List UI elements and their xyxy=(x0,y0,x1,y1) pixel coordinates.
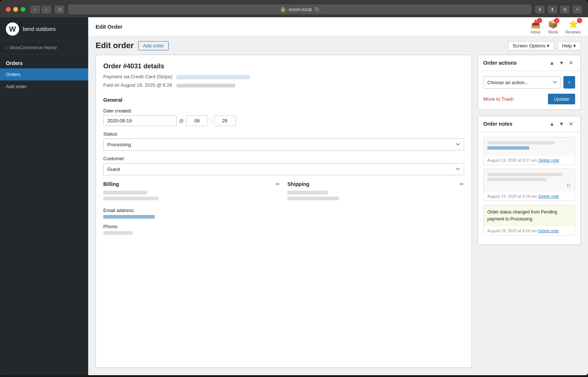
order-notes-controls: ▲ ▼ ✕ xyxy=(548,120,575,128)
reviews-badge: 1 xyxy=(577,18,582,23)
tab-view-button[interactable]: ⊡ xyxy=(55,6,64,14)
go-button[interactable]: › xyxy=(563,76,575,89)
back-icon: ‹ xyxy=(6,45,7,50)
right-panel: Order actions ▲ ▼ ✕ Choose an action... xyxy=(478,55,581,368)
order-notes-header: Order notes ▲ ▼ ✕ xyxy=(478,116,580,132)
customer-select[interactable]: Guest xyxy=(103,163,464,175)
date-input[interactable] xyxy=(103,115,177,126)
minute-input[interactable] xyxy=(214,115,236,126)
new-tab-button[interactable]: ⧉ xyxy=(560,6,570,14)
note-timestamp-2: August 19, 2020 at 6:26 am xyxy=(487,194,537,198)
note-item-1: August 19, 2020 at 6:27 am Delete note xyxy=(483,137,575,165)
billing-line-2 xyxy=(103,197,158,200)
colon-separator: : xyxy=(210,118,212,123)
customer-row: Customer: Guest xyxy=(103,156,464,175)
order-action-select[interactable]: Choose an action... xyxy=(483,76,560,89)
order-actions-controls: ▲ ▼ ✕ xyxy=(548,59,575,67)
note-timestamp-3: August 19, 2020 at 6:26 am xyxy=(487,229,537,233)
billing-edit-button[interactable]: ✏ xyxy=(276,181,280,187)
email-label: Email address: xyxy=(103,208,464,213)
reviews-button[interactable]: ⭐ 1 Reviews xyxy=(565,19,581,34)
shipping-title: Shipping xyxy=(287,181,309,187)
sidebar-item-add-order[interactable]: Add order xyxy=(0,80,88,93)
email-blurred xyxy=(103,215,155,219)
sidebar-item-orders[interactable]: Orders xyxy=(0,68,88,80)
stock-label: Stock xyxy=(548,30,558,34)
note-item-2: D: August 19, 2020 at 6:26 am Delete not… xyxy=(483,169,575,201)
shipping-line-2 xyxy=(287,197,339,200)
reload-button[interactable]: ↻ xyxy=(315,6,319,13)
actions-footer: Move to Trash Update xyxy=(483,94,575,104)
note-blue-blurred-1 xyxy=(487,146,529,150)
panel-collapse-up-button[interactable]: ▲ xyxy=(548,59,556,67)
note-timestamp-1: August 19, 2020 at 6:27 am xyxy=(487,158,537,162)
inbox-button[interactable]: 📥 1 Inbox xyxy=(531,19,541,34)
note-blurred-1a xyxy=(487,141,554,144)
panel-collapse-down-button[interactable]: ▼ xyxy=(557,59,566,67)
status-label: Status: xyxy=(103,131,464,137)
screen-options-chevron-icon: ▾ xyxy=(547,43,549,49)
shipping-col: Shipping ✏ xyxy=(287,181,464,202)
close-button[interactable] xyxy=(6,7,11,12)
update-button[interactable]: Update xyxy=(548,94,575,104)
at-symbol: @ xyxy=(179,118,184,123)
shipping-edit-button[interactable]: ✏ xyxy=(460,181,464,187)
fullscreen-button[interactable] xyxy=(21,7,25,12)
sub-bar: Edit order Add order Screen Options ▾ He… xyxy=(88,36,588,55)
hour-input[interactable] xyxy=(186,115,208,126)
stock-button[interactable]: 📦 2 Stock xyxy=(548,19,558,34)
order-form: Order #4031 details Payment via Credit C… xyxy=(96,55,472,368)
minimize-button[interactable] xyxy=(13,7,18,12)
sidebar: W bend outdoors ‹ WooCommerce Home Order… xyxy=(0,17,88,375)
top-bar: Edit Order 📥 1 Inbox 📦 2 Stock ⭐ 1 Revie… xyxy=(88,17,588,36)
address-bar[interactable]: 🔒 ecom.local ↻ xyxy=(68,4,531,14)
download-button[interactable]: ⬇ xyxy=(535,6,545,14)
action-row: Choose an action... › xyxy=(483,76,575,89)
delete-note-3-link[interactable]: Delete note xyxy=(538,229,559,233)
email-row: Email address: xyxy=(103,208,464,219)
customer-label: Customer: xyxy=(103,156,464,161)
page-title: Edit order xyxy=(96,41,134,50)
inbox-label: Inbox xyxy=(531,30,541,34)
move-to-trash-link[interactable]: Move to Trash xyxy=(483,96,513,102)
order-actions-body: Choose an action... › Move to Trash Upda… xyxy=(478,71,580,109)
add-tab-button[interactable]: + xyxy=(573,6,582,14)
status-select[interactable]: Processing xyxy=(103,139,464,151)
screen-options-button[interactable]: Screen Options ▾ xyxy=(508,41,555,50)
forward-button[interactable]: › xyxy=(42,6,51,14)
notes-close-button[interactable]: ✕ xyxy=(567,120,575,128)
share-button[interactable]: ⬆ xyxy=(548,6,557,14)
sidebar-logo: W bend outdoors xyxy=(0,17,88,41)
shipping-line-1 xyxy=(287,191,328,194)
reviews-icon: ⭐ xyxy=(568,19,578,29)
panel-close-button[interactable]: ✕ xyxy=(567,59,575,67)
woocommerce-home-label: WooCommerce Home xyxy=(10,45,57,50)
delete-note-2-link[interactable]: Delete note xyxy=(538,194,559,198)
back-button[interactable]: ‹ xyxy=(31,6,40,14)
note-blurred-2b xyxy=(487,178,546,181)
billing-title-row: Billing ✏ xyxy=(103,181,280,187)
content-area: Order #4031 details Payment via Credit C… xyxy=(88,55,588,375)
paid-on: Paid on August 19, 2020 @ 6:26 xyxy=(103,82,172,88)
status-row: Status: Processing xyxy=(103,131,464,151)
order-actions-title: Order actions xyxy=(483,60,517,66)
notes-collapse-down-button[interactable]: ▼ xyxy=(557,120,566,128)
delete-note-1-link[interactable]: Delete note xyxy=(538,158,559,162)
blurred-date-info xyxy=(176,84,235,87)
add-order-button[interactable]: Add order xyxy=(138,41,169,50)
note-text-3: Order status changed from Pending paymen… xyxy=(484,205,575,226)
note-content-1 xyxy=(484,137,575,156)
site-name: bend outdoors xyxy=(23,26,56,32)
note-footer-1: August 19, 2020 at 6:27 am Delete note xyxy=(484,156,575,165)
general-section-title: General xyxy=(103,97,464,103)
sidebar-item-orders-label: Orders xyxy=(6,72,21,77)
shipping-title-row: Shipping ✏ xyxy=(287,181,464,187)
note-footer-2: August 19, 2020 at 6:26 am Delete note xyxy=(484,192,575,201)
note-item-3: Order status changed from Pending paymen… xyxy=(483,205,575,236)
url-text: ecom.local xyxy=(289,7,312,12)
notes-collapse-up-button[interactable]: ▲ xyxy=(548,120,556,128)
sidebar-back-link[interactable]: ‹ WooCommerce Home xyxy=(0,41,88,54)
lock-icon: 🔒 xyxy=(280,7,286,12)
reviews-label: Reviews xyxy=(565,30,581,34)
help-button[interactable]: Help ▾ xyxy=(557,41,581,50)
